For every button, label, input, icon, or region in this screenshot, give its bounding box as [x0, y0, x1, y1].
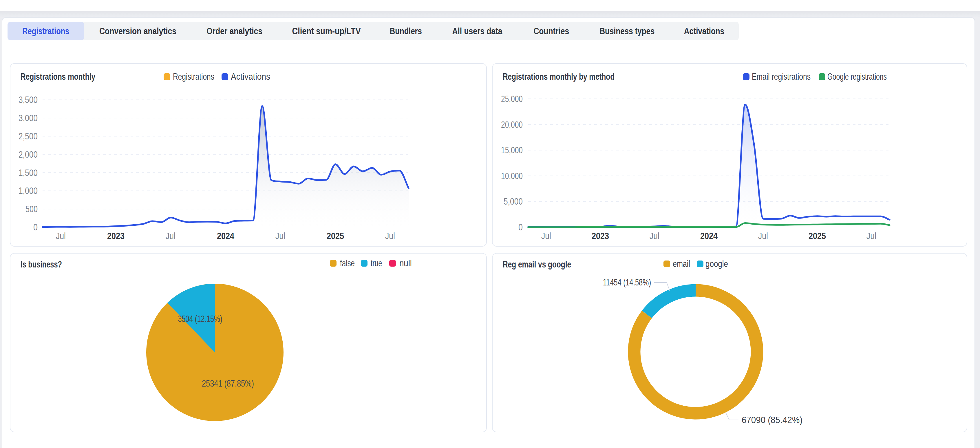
svg-text:0: 0	[519, 222, 523, 233]
svg-text:Jul: Jul	[275, 231, 285, 241]
svg-text:Is business?: Is business?	[21, 259, 62, 269]
svg-text:3504 (12.15%): 3504 (12.15%)	[178, 314, 223, 324]
svg-text:email: email	[673, 259, 690, 269]
svg-text:2025: 2025	[808, 231, 826, 241]
svg-text:1,000: 1,000	[19, 186, 38, 196]
svg-text:2024: 2024	[217, 231, 235, 241]
svg-text:2024: 2024	[700, 231, 718, 241]
svg-text:3,500: 3,500	[19, 95, 38, 105]
svg-text:Jul: Jul	[165, 231, 175, 241]
svg-text:67090 (85.42%): 67090 (85.42%)	[742, 415, 802, 425]
svg-text:25,000: 25,000	[501, 94, 523, 104]
svg-text:Registrations monthly by metho: Registrations monthly by method	[503, 71, 614, 82]
svg-text:Google registrations: Google registrations	[827, 72, 887, 82]
svg-text:Registrations monthly: Registrations monthly	[21, 71, 95, 82]
svg-text:1,500: 1,500	[19, 168, 38, 178]
svg-text:Activations: Activations	[231, 72, 270, 82]
svg-text:0: 0	[33, 222, 38, 233]
svg-text:Jul: Jul	[867, 231, 876, 241]
svg-text:2023: 2023	[592, 231, 609, 241]
svg-text:Jul: Jul	[541, 231, 551, 241]
svg-text:2,500: 2,500	[19, 131, 38, 142]
svg-text:25341 (87.85%): 25341 (87.85%)	[202, 378, 254, 389]
svg-text:Jul: Jul	[56, 231, 66, 241]
svg-text:500: 500	[25, 204, 38, 214]
svg-text:Registrations: Registrations	[173, 72, 214, 82]
svg-text:3,000: 3,000	[19, 113, 38, 123]
svg-text:20,000: 20,000	[501, 120, 523, 130]
svg-text:Jul: Jul	[649, 231, 659, 241]
svg-text:2,000: 2,000	[19, 150, 38, 159]
svg-text:Jul: Jul	[385, 231, 395, 241]
svg-text:11454 (14.58%): 11454 (14.58%)	[603, 277, 651, 287]
svg-text:Jul: Jul	[758, 231, 768, 241]
svg-text:5,000: 5,000	[504, 196, 523, 207]
svg-text:2025: 2025	[327, 231, 344, 241]
svg-text:2023: 2023	[107, 231, 124, 241]
svg-text:Email registrations: Email registrations	[752, 72, 811, 82]
svg-text:15,000: 15,000	[501, 145, 523, 155]
svg-text:true: true	[371, 258, 382, 268]
svg-text:null: null	[399, 258, 412, 268]
svg-text:false: false	[340, 258, 355, 268]
svg-text:google: google	[705, 259, 728, 269]
svg-text:10,000: 10,000	[501, 171, 523, 181]
svg-text:Reg email vs google: Reg email vs google	[503, 259, 571, 269]
